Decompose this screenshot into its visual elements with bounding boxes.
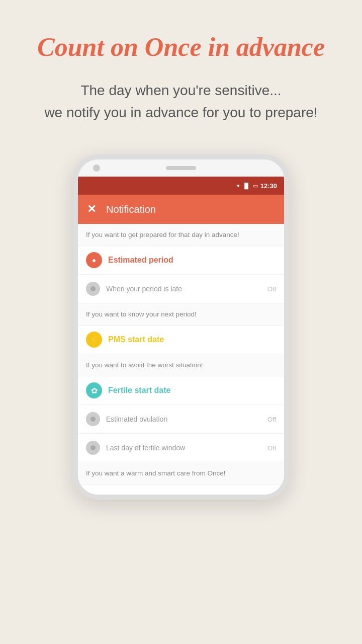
last-fertile-icon-inner: [90, 445, 96, 450]
last-fertile-day-label: Last day of fertile window: [106, 444, 261, 452]
late-period-state: Off: [267, 285, 276, 293]
phone-bottom: [78, 485, 284, 495]
estimated-period-icon: ●: [86, 252, 102, 268]
hero-subtitle: The day when you're sensitive... we noti…: [24, 79, 337, 125]
last-fertile-day-state: Off: [267, 444, 276, 452]
footer-desc: If you want a warm and smart care from O…: [78, 462, 284, 485]
late-period-toggle-row[interactable]: When your period is late Off: [78, 275, 284, 303]
wifi-icon: ▾: [237, 183, 240, 189]
phone-mockup: ▾ ▐▌ ▭ 12:30 ✕ Notification If you want …: [73, 154, 289, 500]
last-fertile-icon-circle: [86, 441, 100, 455]
section-desc-2: If you want to avoid the worst situation…: [78, 354, 284, 376]
hero-title: Count on Once in advance: [17, 30, 345, 64]
section-header-2: ✿ Fertile start date: [78, 376, 284, 405]
page-wrapper: Count on Once in advance The day when yo…: [0, 0, 362, 644]
section-desc-1: If you want to know your next period!: [78, 303, 284, 326]
header-title: Notification: [106, 204, 156, 215]
status-time: 12:30: [260, 182, 277, 190]
status-icons: ▾ ▐▌ ▭ 12:30: [237, 182, 277, 190]
phone-speaker: [166, 166, 196, 170]
estimated-ovulation-label: Estimated ovulation: [106, 415, 261, 423]
last-fertile-day-toggle-row[interactable]: Last day of fertile window Off: [78, 434, 284, 462]
fertile-icon-shape: ✿: [91, 386, 98, 395]
late-period-icon-inner: [90, 286, 96, 291]
estimated-period-label: Estimated period: [108, 256, 173, 265]
fertile-label: Fertile start date: [108, 386, 170, 395]
estimated-ovulation-toggle-row[interactable]: Estimated ovulation Off: [78, 405, 284, 434]
close-button[interactable]: ✕: [87, 203, 96, 216]
hero-subtitle-line2: we notify you in advance for you to prep…: [44, 105, 317, 120]
battery-icon: ▭: [253, 183, 258, 189]
status-bar: ▾ ▐▌ ▭ 12:30: [78, 177, 284, 195]
phone-top-bar: [78, 159, 284, 177]
hero-subtitle-line1: The day when you're sensitive...: [80, 83, 281, 98]
fertile-icon: ✿: [86, 382, 102, 398]
late-period-label: When your period is late: [106, 285, 261, 293]
section-desc-0: If you want to get prepared for that day…: [78, 224, 284, 246]
pms-icon-shape: ⚡: [89, 335, 99, 345]
period-icon-shape: ●: [92, 256, 96, 264]
app-content: If you want to get prepared for that day…: [78, 224, 284, 495]
pms-icon: ⚡: [86, 332, 102, 348]
late-period-icon-circle: [86, 282, 100, 296]
estimated-ovulation-state: Off: [267, 416, 276, 423]
pms-label: PMS start date: [108, 335, 164, 344]
phone-camera: [93, 165, 100, 172]
section-header-1: ⚡ PMS start date: [78, 326, 284, 354]
estimated-ovulation-icon-inner: [90, 417, 96, 422]
app-header: ✕ Notification: [78, 195, 284, 224]
section-header-0: ● Estimated period: [78, 246, 284, 275]
estimated-ovulation-icon-circle: [86, 412, 100, 426]
signal-icon: ▐▌: [242, 183, 250, 189]
